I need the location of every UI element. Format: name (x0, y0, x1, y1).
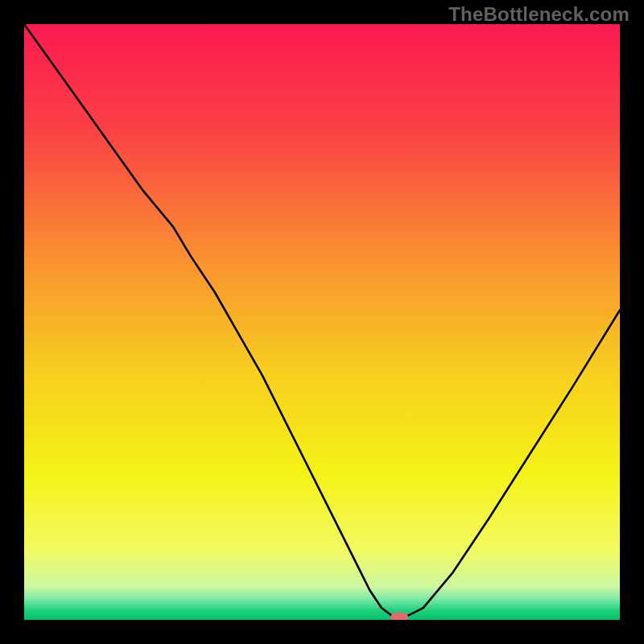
gradient-background (24, 24, 620, 620)
minimum-marker (390, 613, 408, 620)
chart-container: TheBottleneck.com (0, 0, 644, 644)
plot-area (24, 24, 620, 620)
chart-svg (24, 24, 620, 620)
watermark-text: TheBottleneck.com (448, 3, 630, 26)
